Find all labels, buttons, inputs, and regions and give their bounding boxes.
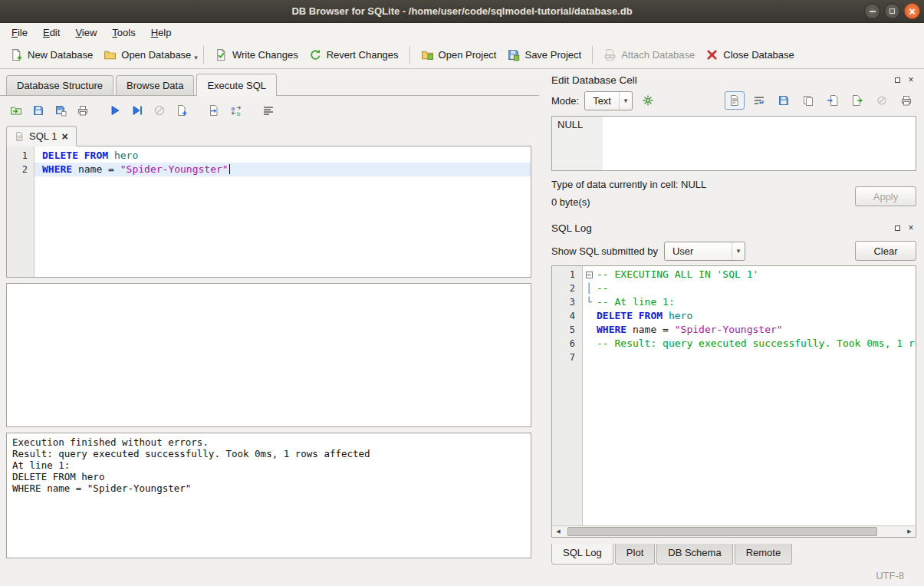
sql-log-lines: 1−-- EXECUTING ALL IN 'SQL 1'2│--3└-- At… bbox=[552, 266, 916, 525]
open-sql-file-button[interactable] bbox=[6, 101, 26, 120]
save-project-button[interactable]: Save Project bbox=[501, 44, 587, 65]
tab-db-schema[interactable]: DB Schema bbox=[656, 544, 732, 565]
scrollbar-track[interactable] bbox=[564, 526, 903, 537]
sql-log-view[interactable]: 1−-- EXECUTING ALL IN 'SQL 1'2│--3└-- At… bbox=[551, 265, 916, 538]
sql-document-icon bbox=[15, 131, 25, 142]
word-wrap-button[interactable] bbox=[749, 91, 769, 110]
tab-remote[interactable]: Remote bbox=[735, 544, 793, 565]
sql-tab-label: SQL 1 bbox=[29, 130, 57, 142]
menu-edit[interactable]: Edit bbox=[35, 25, 67, 41]
minimize-icon bbox=[870, 11, 876, 12]
edit-cell-toolbar bbox=[725, 91, 916, 110]
save-icon bbox=[778, 94, 790, 107]
write-changes-button[interactable]: Write Changes bbox=[209, 44, 304, 65]
code-row[interactable]: 2│-- bbox=[552, 281, 916, 295]
sql-editor[interactable]: 1DELETE FROM hero2WHERE name = "Spider-Y… bbox=[6, 146, 531, 278]
new-sql-tab-icon bbox=[176, 104, 188, 117]
app-window: DB Browser for SQLite - /home/user/code/… bbox=[0, 0, 924, 586]
find-replace-button[interactable]: ab bbox=[226, 101, 246, 120]
minimize-button[interactable] bbox=[864, 3, 880, 19]
sql-toolbar: ab bbox=[6, 99, 531, 126]
print-cell-button[interactable] bbox=[896, 91, 916, 110]
new-sql-tab-button[interactable] bbox=[172, 101, 192, 120]
tab-sql-log[interactable]: SQL Log bbox=[551, 544, 613, 565]
code-row[interactable]: 3└-- At line 1: bbox=[552, 295, 916, 309]
attach-database-label: Attach Database bbox=[621, 49, 695, 61]
open-database-label: Open Database bbox=[121, 49, 191, 61]
sql-log-float-icon[interactable] bbox=[892, 223, 903, 233]
sql-tab-close-icon[interactable]: × bbox=[61, 131, 67, 142]
encoding-indicator[interactable]: UTF-8 bbox=[876, 570, 904, 581]
save-project-icon bbox=[507, 48, 520, 61]
text-mode-button[interactable] bbox=[725, 91, 745, 110]
sql-log-controls: Show SQL submitted by User ▾ Clear bbox=[544, 237, 918, 265]
edit-cell-float-icon[interactable] bbox=[892, 75, 903, 85]
tab-database-structure[interactable]: Database Structure bbox=[6, 75, 113, 96]
code-row[interactable]: 7 bbox=[552, 351, 916, 364]
maximize-button[interactable] bbox=[884, 3, 900, 19]
line-number: 6 bbox=[552, 337, 583, 351]
export-cell-button[interactable] bbox=[847, 91, 867, 110]
menu-view[interactable]: View bbox=[67, 25, 104, 41]
attach-database-icon bbox=[603, 48, 617, 61]
results-grid[interactable] bbox=[6, 283, 531, 427]
code-row[interactable]: 1−-- EXECUTING ALL IN 'SQL 1' bbox=[552, 268, 916, 281]
new-database-icon bbox=[10, 48, 23, 61]
fold-marker[interactable]: − bbox=[583, 268, 595, 281]
mode-combobox[interactable]: Text ▾ bbox=[584, 91, 633, 110]
execution-message: Execution finished without errors. Resul… bbox=[6, 433, 531, 558]
menu-tools[interactable]: Tools bbox=[104, 25, 143, 41]
scroll-right-icon[interactable]: ▶ bbox=[903, 526, 916, 537]
code-line: WHERE name = "Spider-Youngster" bbox=[595, 323, 916, 337]
new-database-button[interactable]: New Database bbox=[5, 44, 98, 65]
copy-cell-button[interactable] bbox=[798, 91, 818, 110]
tab-plot[interactable]: Plot bbox=[615, 544, 655, 565]
close-button[interactable]: × bbox=[904, 3, 920, 19]
open-database-dropdown[interactable]: ▾ bbox=[194, 48, 198, 61]
code-row[interactable]: 2WHERE name = "Spider-Youngster" bbox=[7, 163, 531, 176]
close-database-button[interactable]: Close Database bbox=[700, 44, 800, 65]
open-project-button[interactable]: Open Project bbox=[416, 44, 502, 65]
open-database-button[interactable]: Open Database bbox=[98, 44, 196, 65]
menu-file[interactable]: File bbox=[4, 25, 35, 41]
export-sql-button[interactable] bbox=[204, 101, 224, 120]
tab-browse-data[interactable]: Browse Data bbox=[116, 75, 194, 96]
titlebar[interactable]: DB Browser for SQLite - /home/user/code/… bbox=[0, 0, 924, 23]
execute-all-icon bbox=[109, 104, 121, 117]
log-filter-combobox[interactable]: User ▾ bbox=[664, 242, 745, 261]
execute-current-line-button[interactable] bbox=[127, 101, 147, 120]
save-sql-file-button[interactable] bbox=[28, 101, 48, 120]
text-cursor bbox=[229, 164, 230, 174]
save-cell-button[interactable] bbox=[774, 91, 794, 110]
code-row[interactable]: 1DELETE FROM hero bbox=[7, 149, 531, 163]
tab-execute-sql[interactable]: Execute SQL bbox=[196, 74, 277, 96]
sql-log-header: SQL Log × bbox=[544, 219, 918, 237]
code-line: DELETE FROM hero bbox=[595, 309, 916, 323]
revert-changes-button[interactable]: Revert Changes bbox=[304, 44, 404, 65]
clear-log-button[interactable]: Clear bbox=[855, 241, 916, 261]
sql-tab-1[interactable]: SQL 1 × bbox=[6, 126, 77, 146]
import-cell-button[interactable] bbox=[823, 91, 843, 110]
scroll-left-icon[interactable]: ◀ bbox=[552, 526, 564, 537]
toolbar-separator bbox=[409, 46, 410, 64]
sql-tab-bar: SQL 1 × bbox=[6, 126, 531, 146]
sql-log-close-icon[interactable]: × bbox=[906, 223, 916, 233]
format-sql-button[interactable] bbox=[258, 101, 278, 120]
log-horizontal-scrollbar[interactable]: ◀ ▶ bbox=[552, 525, 916, 537]
import-export-settings-button[interactable] bbox=[638, 91, 658, 110]
edit-cell-close-icon[interactable]: × bbox=[906, 75, 916, 85]
execute-all-button[interactable] bbox=[105, 101, 125, 120]
code-row[interactable]: 6-- Result: query executed successfully.… bbox=[552, 337, 916, 351]
toolbar-separator bbox=[203, 46, 204, 64]
cell-editor[interactable]: NULL bbox=[551, 116, 916, 171]
print-sql-button[interactable] bbox=[73, 101, 93, 120]
menu-help[interactable]: Help bbox=[143, 25, 179, 41]
scrollbar-thumb[interactable] bbox=[567, 527, 877, 536]
code-row[interactable]: 5WHERE name = "Spider-Youngster" bbox=[552, 323, 916, 337]
export-icon bbox=[851, 94, 863, 107]
execute-current-line-icon bbox=[131, 104, 143, 117]
attach-database-button: Attach Database bbox=[598, 44, 700, 65]
line-number: 4 bbox=[552, 309, 583, 323]
code-row[interactable]: 4DELETE FROM hero bbox=[552, 309, 916, 323]
save-sql-file-as-button[interactable] bbox=[51, 101, 71, 120]
